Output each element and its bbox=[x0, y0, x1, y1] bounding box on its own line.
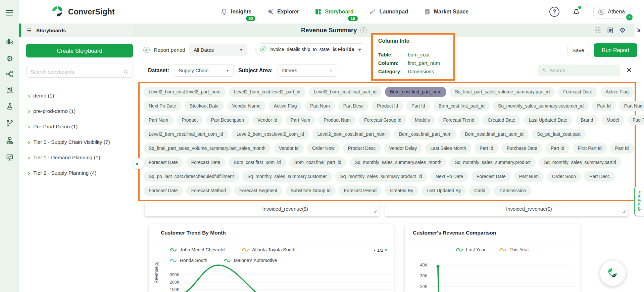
column-chip[interactable]: Sq_po_last_cost.datescheduledfulfillment bbox=[144, 171, 239, 182]
column-chip[interactable]: Forecast Date bbox=[144, 157, 183, 168]
help-icon[interactable]: ? bbox=[549, 7, 559, 17]
hamburger-menu-icon[interactable] bbox=[6, 10, 13, 17]
nav-item-explorer[interactable]: Explorer bbox=[267, 8, 299, 15]
dataset-select[interactable]: Supply Chain ▼ bbox=[174, 64, 234, 77]
column-chip[interactable]: Forecast Date bbox=[144, 185, 183, 196]
column-chip[interactable]: Order Soon bbox=[547, 171, 581, 182]
resize-corner-icon[interactable] bbox=[623, 209, 626, 215]
column-chip[interactable]: Forecast Group Id bbox=[359, 115, 406, 125]
column-chip[interactable]: Level2_bom_cost.level2_part_num bbox=[144, 87, 226, 97]
state-filter-chip[interactable]: ✓ invoice_details.ship_to_state is Flori… bbox=[255, 43, 367, 55]
nav-item-storyboard[interactable]: Storyboard 15 bbox=[314, 8, 353, 15]
collapse-panel-icon[interactable] bbox=[26, 27, 32, 34]
chevron-right-icon[interactable]: › bbox=[28, 154, 30, 161]
column-chip[interactable]: Forecast Trend bbox=[438, 115, 480, 125]
column-chip[interactable]: Sq_final_part_sales_volume_summary.part_… bbox=[450, 87, 555, 97]
column-chip[interactable]: Part Id bbox=[610, 143, 634, 154]
chevron-right-icon[interactable]: › bbox=[28, 108, 30, 114]
report-settings-gear-icon[interactable]: ⚙ bbox=[620, 26, 626, 34]
column-chip[interactable]: Sq_monthly_sales_summary.product_id bbox=[335, 171, 427, 182]
resize-corner-icon[interactable] bbox=[374, 209, 377, 215]
column-chip[interactable]: Model bbox=[601, 115, 624, 125]
flow-hierarchy-icon[interactable] bbox=[6, 70, 14, 78]
document-search-icon[interactable] bbox=[6, 86, 14, 94]
column-chip[interactable]: Sq_monthly_sales_summary.customer bbox=[242, 171, 332, 182]
create-storyboard-button[interactable]: Create Storyboard bbox=[26, 44, 133, 57]
run-report-button[interactable]: Run Report bbox=[594, 43, 637, 57]
column-chip[interactable]: Substitute Group Id bbox=[286, 185, 336, 196]
legend-item[interactable]: Atlanta Toyota South bbox=[242, 247, 295, 252]
column-chip-selected[interactable]: Bom_cost.first_part_num bbox=[385, 87, 446, 97]
column-chip[interactable]: Forecast Period bbox=[339, 185, 382, 196]
column-chip[interactable]: Level2_bom_cost.final_part_id bbox=[309, 87, 382, 97]
column-chip[interactable]: Brand bbox=[576, 115, 598, 125]
column-chip[interactable]: Stockout Date bbox=[185, 101, 224, 111]
column-chip[interactable]: Bom_cost.first_part_id bbox=[434, 101, 490, 111]
notifications-bell-icon[interactable] bbox=[572, 7, 581, 17]
column-chip[interactable]: Level2_bom_cost.level2_part_id bbox=[229, 87, 305, 97]
insights-summary-icon[interactable] bbox=[6, 38, 14, 46]
sitemap-icon[interactable] bbox=[6, 136, 14, 144]
column-chip[interactable]: Bom_cost.first_uom_id bbox=[229, 157, 286, 168]
column-chip[interactable]: Product Num bbox=[318, 115, 356, 125]
sidebar-item-tier-1-demand-planning-1[interactable]: ›Tier 1 - Demand Planning (1) bbox=[19, 150, 133, 165]
presentation-chart-icon[interactable] bbox=[6, 153, 14, 161]
info-icon[interactable]: i bbox=[360, 27, 366, 33]
column-chip[interactable]: Product bbox=[177, 115, 203, 125]
page-down-icon[interactable]: ▼ bbox=[384, 248, 388, 252]
column-chip[interactable]: Next Po Date bbox=[431, 171, 468, 182]
nav-item-insights[interactable]: Insights 50 bbox=[220, 8, 251, 15]
column-chip[interactable]: Part Num bbox=[144, 115, 173, 125]
column-chip[interactable]: Purchase Date bbox=[502, 143, 542, 154]
column-chip[interactable]: Bom_cost.final_part_id bbox=[289, 157, 346, 168]
legend-item[interactable]: Last Year bbox=[456, 247, 486, 252]
column-chip[interactable]: Part Desc bbox=[338, 101, 369, 111]
column-chip[interactable]: Transmission bbox=[494, 185, 531, 196]
column-chip[interactable]: Sq_monthly_sales_summary.product bbox=[450, 157, 536, 168]
column-chip[interactable]: Created Date bbox=[483, 115, 520, 125]
column-chip[interactable]: Level2_bom_cost.final_part_num bbox=[312, 129, 391, 139]
column-chip[interactable]: Sq_po_last_cost.part bbox=[532, 129, 586, 139]
feedback-tab[interactable]: Feedback bbox=[634, 186, 644, 216]
column-chip[interactable]: Part Description bbox=[206, 115, 249, 125]
column-chip[interactable]: Part Id bbox=[546, 143, 569, 154]
chevron-right-icon[interactable]: › bbox=[28, 139, 30, 145]
chevron-right-icon[interactable]: › bbox=[28, 92, 30, 99]
column-chip[interactable]: Last Updated Date bbox=[524, 115, 572, 125]
column-chip[interactable]: Level2_bom_cost.level2_uom_id bbox=[232, 129, 309, 139]
column-chip[interactable]: Part Num bbox=[514, 171, 544, 182]
sidebar-item-tier-0-supply-chain-visibility-7[interactable]: ›Tier 0 - Supply Chain Visibility (7) bbox=[19, 134, 133, 150]
column-chip[interactable]: Fuel Type bbox=[628, 115, 644, 125]
save-button[interactable]: Save bbox=[567, 45, 589, 56]
column-chip[interactable]: Bom_cost.final_part_uom_id bbox=[460, 129, 529, 139]
settings-gear-icon[interactable]: ⚙ bbox=[6, 55, 14, 63]
column-chip[interactable]: Part Desc bbox=[584, 171, 615, 182]
report-period-select[interactable]: All Dates ▼ bbox=[189, 44, 247, 56]
user-menu-button[interactable]: Athena ▼ bbox=[593, 5, 631, 18]
chevron-right-icon[interactable]: › bbox=[28, 170, 30, 176]
column-chip[interactable]: Part Num bbox=[619, 101, 644, 111]
column-chip[interactable]: Part Id bbox=[475, 143, 498, 154]
column-chip[interactable]: Active Flag bbox=[269, 101, 302, 111]
column-chip[interactable]: Last Updated By bbox=[422, 185, 466, 196]
column-chip[interactable]: Sq_monthly_sales_summary.partid bbox=[539, 157, 621, 168]
column-chip[interactable]: Forecast Method bbox=[186, 185, 231, 196]
notes-icon[interactable] bbox=[607, 27, 614, 34]
column-chip[interactable]: Forecast Date bbox=[472, 171, 511, 182]
column-chip[interactable]: Models bbox=[410, 115, 435, 125]
column-search-input[interactable] bbox=[549, 68, 616, 73]
column-chip[interactable]: Part Num bbox=[286, 115, 315, 125]
subject-area-select[interactable]: Others ∨ bbox=[278, 64, 337, 77]
column-chip[interactable]: Next Po Date bbox=[144, 101, 181, 111]
legend-item[interactable]: John Megel Chevrolet bbox=[169, 247, 226, 252]
column-chip[interactable]: Vendor Id bbox=[252, 115, 282, 125]
column-chip[interactable]: Created By bbox=[385, 185, 418, 196]
close-icon[interactable]: ✕ bbox=[626, 67, 632, 74]
column-chip[interactable]: Forecast Date bbox=[186, 157, 226, 168]
sidebar-item-tier-2-supply-planning-4[interactable]: ›Tier 2 - Supply Planning (4) bbox=[19, 165, 133, 181]
column-chip[interactable]: Part Num bbox=[305, 101, 335, 111]
column-chip[interactable]: Product Desc bbox=[343, 143, 381, 154]
column-chip[interactable]: Part Id bbox=[592, 101, 616, 111]
column-chip[interactable]: Active Flag bbox=[601, 87, 634, 97]
assistant-fab-button[interactable] bbox=[600, 260, 626, 286]
